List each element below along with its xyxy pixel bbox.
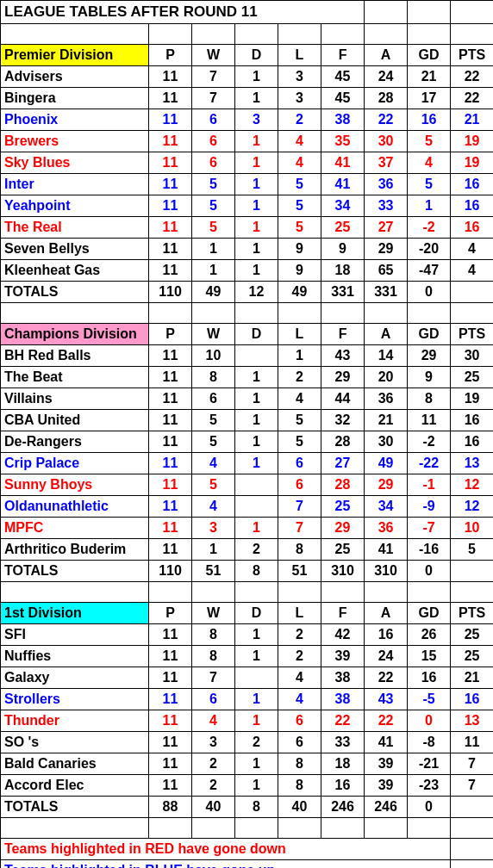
- stat-cell: 6: [192, 388, 235, 410]
- team-name: Sky Blues: [1, 152, 149, 174]
- stat-cell: 6: [192, 152, 235, 174]
- column-header: PTS: [451, 603, 493, 624]
- totals-cell: 0: [408, 797, 451, 818]
- stat-cell: 1: [235, 131, 278, 152]
- stat-cell: 10: [192, 345, 235, 367]
- stat-cell: 11: [149, 539, 192, 561]
- team-name: Galaxy: [1, 667, 149, 689]
- team-name: Brewers: [1, 131, 149, 152]
- stat-cell: 2: [278, 367, 321, 388]
- stat-cell: 0: [408, 710, 451, 732]
- table-row: Strollers116143843-516: [1, 689, 494, 710]
- stat-cell: 19: [451, 152, 493, 174]
- column-header: GD: [408, 324, 451, 345]
- stat-cell: 9: [321, 239, 365, 260]
- totals-cell: 49: [278, 282, 321, 303]
- stat-cell: 24: [365, 646, 408, 667]
- stat-cell: 5: [278, 431, 321, 453]
- table-row: CBA United1151532211116: [1, 410, 494, 431]
- stat-cell: 5: [192, 474, 235, 496]
- stat-cell: 22: [451, 88, 493, 109]
- stat-cell: -1: [408, 474, 451, 496]
- table-row: Seven Bellys11119929-204: [1, 239, 494, 260]
- stat-cell: 3: [192, 518, 235, 539]
- stat-cell: [235, 667, 278, 689]
- stat-cell: 27: [321, 453, 365, 474]
- stat-cell: 13: [451, 453, 493, 474]
- column-header: F: [321, 603, 365, 624]
- stat-cell: 11: [149, 453, 192, 474]
- stat-cell: 1: [235, 195, 278, 217]
- legend-text: Teams highlighted in BLUE have gone up: [1, 860, 451, 869]
- team-name: Accord Elec: [1, 775, 149, 797]
- stat-cell: 11: [149, 367, 192, 388]
- stat-cell: 6: [192, 131, 235, 152]
- stat-cell: -23: [408, 775, 451, 797]
- stat-cell: 11: [149, 410, 192, 431]
- stat-cell: 19: [451, 131, 493, 152]
- stat-cell: 11: [408, 410, 451, 431]
- totals-cell: 246: [365, 797, 408, 818]
- stat-cell: 21: [451, 109, 493, 131]
- stat-cell: 1: [235, 152, 278, 174]
- stat-cell: 11: [149, 174, 192, 195]
- totals-cell: 49: [192, 282, 235, 303]
- stat-cell: 1: [235, 431, 278, 453]
- stat-cell: 29: [408, 345, 451, 367]
- table-row: Oldanunathletic11472534-912: [1, 496, 494, 518]
- stat-cell: 2: [278, 109, 321, 131]
- stat-cell: 22: [365, 109, 408, 131]
- team-name: Yeahpoint: [1, 195, 149, 217]
- team-name: Sunny Bhoys: [1, 474, 149, 496]
- stat-cell: 11: [149, 732, 192, 753]
- stat-cell: 1: [235, 775, 278, 797]
- stat-cell: 5: [451, 539, 493, 561]
- stat-cell: 27: [365, 217, 408, 239]
- table-row: Crip Palace114162749-2213: [1, 453, 494, 474]
- stat-cell: 8: [278, 775, 321, 797]
- stat-cell: 1: [408, 195, 451, 217]
- column-header: A: [365, 603, 408, 624]
- stat-cell: 10: [451, 518, 493, 539]
- table-row: BH Red Balls1110143142930: [1, 345, 494, 367]
- table-row: SO 's113263341-811: [1, 732, 494, 753]
- totals-cell: 0: [408, 282, 451, 303]
- stat-cell: 7: [192, 66, 235, 88]
- team-name: BH Red Balls: [1, 345, 149, 367]
- stat-cell: 33: [365, 195, 408, 217]
- stat-cell: 30: [365, 431, 408, 453]
- stat-cell: 4: [278, 388, 321, 410]
- stat-cell: 43: [365, 689, 408, 710]
- team-name: Advisers: [1, 66, 149, 88]
- stat-cell: 1: [235, 88, 278, 109]
- table-row: Yeahpoint115153433116: [1, 195, 494, 217]
- stat-cell: 4: [451, 239, 493, 260]
- stat-cell: 25: [321, 539, 365, 561]
- stat-cell: 5: [192, 410, 235, 431]
- stat-cell: 5: [192, 217, 235, 239]
- division-header: Champions Division: [1, 324, 149, 345]
- totals-cell: 310: [321, 561, 365, 582]
- stat-cell: 11: [149, 260, 192, 282]
- stat-cell: 4: [278, 667, 321, 689]
- stat-cell: -20: [408, 239, 451, 260]
- stat-cell: 5: [408, 131, 451, 152]
- stat-cell: 1: [235, 410, 278, 431]
- stat-cell: 5: [278, 410, 321, 431]
- stat-cell: 39: [365, 775, 408, 797]
- stat-cell: 5: [278, 217, 321, 239]
- stat-cell: 6: [278, 710, 321, 732]
- stat-cell: 11: [149, 239, 192, 260]
- stat-cell: 39: [365, 753, 408, 775]
- stat-cell: 1: [235, 367, 278, 388]
- stat-cell: 32: [321, 410, 365, 431]
- stat-cell: 1: [235, 453, 278, 474]
- column-header: P: [149, 45, 192, 66]
- division-header: Premier Division: [1, 45, 149, 66]
- stat-cell: 2: [192, 753, 235, 775]
- stat-cell: 3: [235, 109, 278, 131]
- stat-cell: 6: [192, 689, 235, 710]
- stat-cell: 16: [408, 667, 451, 689]
- stat-cell: 11: [149, 88, 192, 109]
- stat-cell: 4: [192, 453, 235, 474]
